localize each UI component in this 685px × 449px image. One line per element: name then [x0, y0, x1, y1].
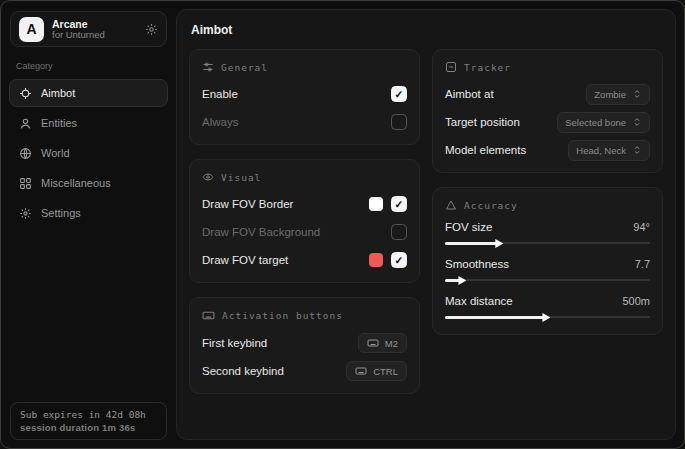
second-keybind-button[interactable]: CTRL — [346, 361, 407, 381]
setting-label: FOV size — [445, 221, 492, 233]
main-panel: Aimbot General Enable ✓ — [176, 9, 676, 440]
keyboard-icon — [367, 337, 379, 349]
setting-label: Draw FOV Border — [202, 198, 293, 210]
sidebar: A Arcane for Unturned Category — [1, 1, 176, 448]
max-distance-slider[interactable] — [445, 311, 650, 323]
setting-row: Aimbot at Zombie — [445, 83, 650, 105]
color-swatch[interactable] — [369, 197, 383, 211]
slider-thumb[interactable] — [495, 239, 503, 248]
setting-row: Second keybind CTRL — [202, 360, 407, 382]
sidebar-item-miscellaneous[interactable]: Miscellaneous — [9, 169, 168, 197]
app-name: Arcane — [52, 18, 137, 30]
keyboard-icon — [355, 365, 367, 377]
select-value: Head, Neck — [576, 145, 626, 156]
app-logo: A — [19, 17, 44, 42]
setting-row: Enable ✓ — [202, 83, 407, 105]
setting-label: Aimbot at — [445, 88, 494, 100]
sub-expires-text: Sub expires in 42d 08h — [20, 409, 157, 420]
app-subtitle: for Unturned — [52, 30, 137, 41]
slider-row: Max distance 500m — [445, 295, 650, 323]
target-position-select[interactable]: Selected bone — [557, 112, 650, 133]
slider-row: FOV size 94° — [445, 221, 650, 249]
visual-card: Visual Draw FOV Border ✓ Draw FOV Backgr… — [189, 159, 420, 283]
app-logo-card: A Arcane for Unturned — [10, 11, 167, 47]
color-swatch[interactable] — [369, 253, 383, 267]
chevron-up-down-icon — [632, 117, 642, 127]
category-label: Category — [16, 61, 168, 71]
setting-label: Always — [202, 116, 238, 128]
sidebar-item-label: Settings — [41, 207, 81, 219]
setting-label: Draw FOV target — [202, 254, 288, 266]
setting-row: Draw FOV Background ✓ — [202, 221, 407, 243]
card-title-text: Accuracy — [464, 200, 518, 211]
setting-label: Enable — [202, 88, 238, 100]
setting-label: Second keybind — [202, 365, 284, 377]
sidebar-item-world[interactable]: World — [9, 139, 168, 167]
slider-value: 94° — [633, 221, 650, 233]
keyboard-icon — [202, 309, 215, 322]
card-title-text: Visual — [221, 172, 261, 183]
page-title: Aimbot — [191, 23, 663, 37]
app-window: A Arcane for Unturned Category — [0, 0, 685, 449]
slider-thumb[interactable] — [542, 313, 550, 322]
sidebar-item-aimbot[interactable]: Aimbot — [9, 79, 168, 107]
fov-border-checkbox[interactable]: ✓ — [391, 196, 407, 212]
globe-icon — [19, 147, 32, 160]
model-elements-select[interactable]: Head, Neck — [568, 140, 650, 161]
eye-icon — [202, 171, 214, 183]
sidebar-item-label: Entities — [41, 117, 77, 129]
setting-label: Model elements — [445, 144, 526, 156]
setting-label: Smoothness — [445, 258, 509, 270]
scan-icon — [445, 61, 457, 73]
activation-card: Activation buttons First keybind M2 — [189, 297, 420, 394]
keybind-value: M2 — [385, 338, 398, 349]
always-checkbox[interactable]: ✓ — [391, 114, 407, 130]
setting-label: Draw FOV Background — [202, 226, 320, 238]
keybind-value: CTRL — [373, 366, 398, 377]
setting-row: Model elements Head, Neck — [445, 139, 650, 161]
tracker-card: Tracker Aimbot at Zombie — [432, 49, 663, 173]
card-title-text: Activation buttons — [222, 310, 343, 321]
fov-size-slider[interactable] — [445, 237, 650, 249]
subscription-status-card: Sub expires in 42d 08h session duration … — [10, 402, 167, 440]
fov-target-checkbox[interactable]: ✓ — [391, 252, 407, 268]
slider-value: 7.7 — [635, 258, 650, 270]
setting-row: First keybind M2 — [202, 332, 407, 354]
sliders-icon — [202, 61, 214, 73]
fov-background-checkbox[interactable]: ✓ — [391, 224, 407, 240]
sidebar-item-settings[interactable]: Settings — [9, 199, 168, 227]
slider-row: Smoothness 7.7 — [445, 258, 650, 286]
card-title-text: Tracker — [464, 62, 511, 73]
setting-label: Target position — [445, 116, 520, 128]
chevron-up-down-icon — [632, 89, 642, 99]
sidebar-nav: Aimbot Entities World — [9, 79, 168, 227]
triangle-icon — [445, 199, 457, 211]
setting-row: Draw FOV target ✓ — [202, 249, 407, 271]
first-keybind-button[interactable]: M2 — [358, 333, 407, 353]
setting-row: Target position Selected bone — [445, 111, 650, 133]
gear-icon[interactable] — [145, 23, 158, 36]
aimbot-at-select[interactable]: Zombie — [586, 84, 650, 105]
sidebar-item-label: World — [41, 147, 70, 159]
session-duration-text: session duration 1m 36s — [20, 422, 157, 433]
slider-value: 500m — [622, 295, 650, 307]
sidebar-item-label: Miscellaneous — [41, 177, 111, 189]
sidebar-item-label: Aimbot — [41, 87, 75, 99]
general-card: General Enable ✓ Always ✓ — [189, 49, 420, 145]
enable-checkbox[interactable]: ✓ — [391, 86, 407, 102]
setting-row: Always ✓ — [202, 111, 407, 133]
setting-label: Max distance — [445, 295, 513, 307]
smoothness-slider[interactable] — [445, 274, 650, 286]
slider-thumb[interactable] — [458, 276, 466, 285]
gear-icon — [19, 207, 32, 220]
person-icon — [19, 117, 32, 130]
select-value: Selected bone — [565, 117, 626, 128]
crosshair-icon — [19, 87, 32, 100]
setting-label: First keybind — [202, 337, 267, 349]
setting-row: Draw FOV Border ✓ — [202, 193, 407, 215]
card-title-text: General — [221, 62, 268, 73]
sidebar-item-entities[interactable]: Entities — [9, 109, 168, 137]
accuracy-card: Accuracy FOV size 94° — [432, 187, 663, 335]
chevron-up-down-icon — [632, 145, 642, 155]
select-value: Zombie — [594, 89, 626, 100]
